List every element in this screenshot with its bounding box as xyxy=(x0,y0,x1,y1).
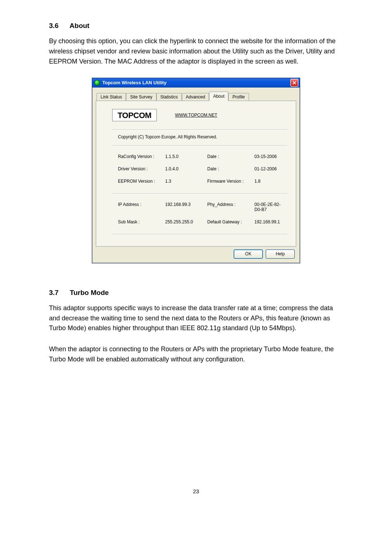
network-info-grid: IP Address : 192.168.99.3 Phy_Address : … xyxy=(118,198,287,228)
brand-box: TOPCOM xyxy=(112,109,157,121)
version-info-grid: RaConfig Version : 1.1.5.0 Date : 03-15-… xyxy=(118,150,287,187)
section-paragraph: When the adaptor is connecting to the Ro… xyxy=(49,344,343,365)
ip-address-value: 192.168.99.3 xyxy=(165,202,207,212)
tab-profile[interactable]: Profile xyxy=(228,93,249,101)
tab-statistics[interactable]: Statistics xyxy=(156,93,182,101)
gateway-value: 192.168.99.1 xyxy=(254,219,287,224)
phy-address-value: 00-0E-2E-82-D0-B7 xyxy=(254,202,287,212)
driver-date-label: Date : xyxy=(207,166,254,171)
section-number: 3.6 xyxy=(49,22,68,30)
separator xyxy=(112,129,287,130)
separator xyxy=(112,193,287,194)
window-title: Topcom Wireless LAN Utility xyxy=(102,80,167,85)
page-number: 23 xyxy=(49,488,343,494)
utility-dialog: Topcom Wireless LAN Utility Link Status … xyxy=(92,78,300,263)
raconfig-version-label: RaConfig Version : xyxy=(118,154,165,159)
info-row: RaConfig Version : 1.1.5.0 Date : 03-15-… xyxy=(118,150,287,163)
driver-date-value: 01-12-2006 xyxy=(254,166,287,171)
section-number: 3.7 xyxy=(49,289,68,297)
section-heading-turbo: 3.7 Turbo Mode xyxy=(49,289,343,297)
section-title: About xyxy=(70,22,90,29)
tab-strip: Link Status Site Survey Statistics Advan… xyxy=(97,92,296,101)
tab-link-status[interactable]: Link Status xyxy=(97,93,126,101)
firmware-version-value: 1.8 xyxy=(254,179,287,184)
info-row: EEPROM Version : 1.3 Firmware Version : … xyxy=(118,175,287,187)
tab-advanced[interactable]: Advanced xyxy=(182,93,209,101)
titlebar: Topcom Wireless LAN Utility xyxy=(92,78,300,88)
tab-site-survey[interactable]: Site Survey xyxy=(126,93,156,101)
firmware-version-label: Firmware Version : xyxy=(207,179,254,184)
raconfig-version-value: 1.1.5.0 xyxy=(165,154,207,159)
driver-version-value: 1.0.4.0 xyxy=(165,166,207,171)
tab-panel-about: TOPCOM WWW.TOPCOM.NET Copyright (C) Topc… xyxy=(96,101,296,247)
copyright-text: Copyright (C) Topcom Europe. All Rights … xyxy=(118,134,287,139)
phy-address-label: Phy_Address : xyxy=(207,202,254,212)
info-row: Sub Mask : 255.255.255.0 Default Gateway… xyxy=(118,216,287,228)
separator xyxy=(112,234,287,235)
section-title: Turbo Mode xyxy=(70,289,109,296)
driver-version-label: Driver Version : xyxy=(118,166,165,171)
app-icon xyxy=(94,80,100,86)
submask-label: Sub Mask : xyxy=(118,219,165,224)
close-button[interactable] xyxy=(290,79,298,87)
site-link[interactable]: WWW.TOPCOM.NET xyxy=(175,113,217,118)
separator xyxy=(112,145,287,146)
raconfig-date-value: 03-15-2006 xyxy=(254,154,287,159)
help-button[interactable]: Help xyxy=(266,250,295,259)
ip-address-label: IP Address : xyxy=(118,202,165,212)
close-icon xyxy=(292,81,297,85)
section-heading-about: 3.6 About xyxy=(49,22,343,30)
info-row: IP Address : 192.168.99.3 Phy_Address : … xyxy=(118,198,287,216)
raconfig-date-label: Date : xyxy=(207,154,254,159)
brand-text: TOPCOM xyxy=(118,111,151,120)
info-row: Driver Version : 1.0.4.0 Date : 01-12-20… xyxy=(118,163,287,175)
section-paragraph: By choosing this option, you can click t… xyxy=(49,36,343,67)
gateway-label: Default Gateway : xyxy=(207,219,254,224)
ok-button[interactable]: OK xyxy=(234,250,263,259)
eeprom-version-value: 1.3 xyxy=(165,179,207,184)
tab-about[interactable]: About xyxy=(209,92,228,101)
section-paragraph: This adaptor supports specific ways to i… xyxy=(49,303,343,334)
submask-value: 255.255.255.0 xyxy=(165,219,207,224)
eeprom-version-label: EEPROM Version : xyxy=(118,179,165,184)
